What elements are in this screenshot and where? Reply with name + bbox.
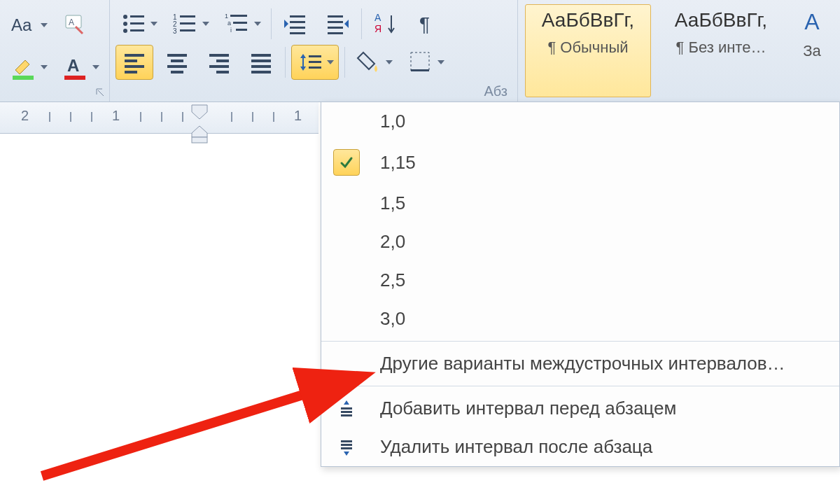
- style-preview: АаБбВвГг,: [528, 9, 648, 31]
- style-normal[interactable]: АаБбВвГг, ¶ Обычный: [525, 4, 651, 97]
- ruler-label: 1: [294, 108, 302, 124]
- borders-button[interactable]: [402, 46, 449, 79]
- svg-rect-47: [251, 54, 271, 57]
- svg-rect-55: [411, 52, 429, 71]
- option-label: Удалить интервал после абзаца: [380, 436, 652, 458]
- separator: [344, 47, 345, 78]
- svg-text:А: А: [374, 12, 382, 23]
- svg-text:3: 3: [173, 27, 177, 35]
- sort-button[interactable]: А Я: [368, 7, 404, 41]
- justify-button[interactable]: [243, 46, 279, 79]
- svg-rect-56: [411, 69, 429, 71]
- line-spacing-option[interactable]: 1,0: [321, 102, 839, 141]
- svg-rect-45: [209, 65, 229, 68]
- chevron-down-icon: [150, 22, 158, 26]
- svg-rect-48: [251, 59, 271, 62]
- svg-rect-57: [192, 137, 207, 143]
- ruler-label: 1: [112, 108, 120, 124]
- svg-rect-40: [171, 59, 183, 62]
- svg-rect-31: [328, 32, 343, 34]
- font-dialog-launcher[interactable]: [94, 86, 106, 99]
- svg-rect-59: [341, 411, 352, 413]
- shading-button[interactable]: [351, 46, 397, 79]
- separator: [285, 47, 286, 78]
- option-label: 2,0: [380, 231, 405, 253]
- svg-text:1: 1: [225, 13, 228, 20]
- multilevel-list-button[interactable]: 1 a i: [219, 7, 265, 41]
- style-no-spacing[interactable]: АаБбВвГг, ¶ Без инте…: [658, 4, 784, 97]
- align-left-button[interactable]: [115, 45, 153, 80]
- chevron-down-icon: [327, 60, 334, 64]
- option-label: 3,0: [380, 308, 405, 330]
- svg-rect-50: [251, 71, 271, 74]
- svg-rect-30: [328, 27, 343, 29]
- clear-formatting-button[interactable]: A: [57, 8, 94, 42]
- svg-rect-24: [290, 15, 305, 18]
- svg-rect-17: [180, 29, 195, 31]
- svg-text:i: i: [230, 27, 232, 34]
- svg-rect-43: [209, 54, 229, 57]
- svg-rect-49: [251, 65, 271, 68]
- svg-rect-28: [328, 15, 343, 18]
- align-right-button[interactable]: [201, 46, 237, 79]
- option-label: 1,15: [380, 152, 416, 174]
- svg-rect-7: [130, 15, 144, 18]
- svg-rect-19: [230, 15, 247, 17]
- svg-rect-61: [341, 440, 352, 442]
- svg-point-8: [123, 22, 127, 26]
- svg-rect-54: [309, 66, 321, 69]
- line-spacing-more-options[interactable]: Другие варианты междустрочных интервалов…: [321, 344, 839, 383]
- option-label: Другие варианты междустрочных интервалов…: [380, 353, 785, 374]
- decrease-indent-button[interactable]: [277, 7, 314, 41]
- line-spacing-option[interactable]: 2,5: [321, 261, 839, 300]
- line-spacing-option-selected[interactable]: 1,15: [321, 141, 839, 184]
- style-name: ¶ Без инте…: [662, 38, 780, 57]
- svg-text:Aa: Aa: [11, 15, 32, 34]
- svg-point-10: [123, 29, 127, 33]
- highlight-color-button[interactable]: [6, 50, 52, 84]
- styles-gallery: АаБбВвГг, ¶ Обычный АаБбВвГг, ¶ Без инте…: [518, 0, 840, 102]
- indent-marker[interactable]: [189, 102, 210, 147]
- chevron-down-icon: [41, 23, 48, 27]
- svg-rect-63: [341, 447, 352, 449]
- align-center-button[interactable]: [159, 46, 195, 79]
- svg-rect-36: [125, 59, 137, 62]
- svg-rect-27: [290, 32, 305, 34]
- font-group: Aa A A: [0, 0, 110, 102]
- font-color-button[interactable]: A: [57, 50, 104, 84]
- line-spacing-option[interactable]: 3,0: [321, 300, 839, 338]
- svg-rect-9: [130, 22, 144, 24]
- svg-rect-62: [341, 444, 352, 446]
- separator: [271, 8, 272, 39]
- chevron-down-icon: [41, 65, 48, 69]
- svg-rect-44: [216, 59, 229, 62]
- chevron-down-icon: [202, 22, 209, 26]
- ruler[interactable]: 2 1 1: [0, 102, 318, 134]
- svg-rect-37: [125, 65, 144, 68]
- svg-rect-38: [125, 71, 137, 74]
- line-spacing-button[interactable]: [291, 45, 339, 80]
- remove-space-after-paragraph[interactable]: Удалить интервал после абзаца: [321, 428, 839, 466]
- line-spacing-option[interactable]: 1,5: [321, 184, 839, 223]
- svg-rect-51: [302, 58, 304, 66]
- add-space-before-paragraph[interactable]: Добавить интервал перед абзацем: [321, 389, 839, 428]
- add-space-before-icon: [337, 399, 356, 419]
- svg-rect-60: [341, 414, 352, 416]
- chevron-down-icon: [92, 65, 99, 69]
- style-preview: А: [794, 9, 830, 35]
- style-heading1[interactable]: А За: [791, 4, 833, 97]
- svg-rect-46: [216, 71, 229, 74]
- menu-separator: [321, 341, 839, 342]
- show-marks-button[interactable]: ¶: [410, 7, 446, 41]
- increase-indent-button[interactable]: [319, 7, 356, 41]
- svg-rect-39: [167, 54, 187, 57]
- line-spacing-option[interactable]: 2,0: [321, 223, 839, 261]
- bullets-button[interactable]: [115, 7, 162, 41]
- check-icon: [333, 149, 360, 176]
- style-name: За: [794, 42, 830, 60]
- change-case-button[interactable]: Aa: [6, 8, 52, 42]
- numbering-button[interactable]: 1 2 3: [167, 7, 214, 41]
- svg-text:Я: Я: [374, 23, 382, 34]
- svg-rect-13: [180, 15, 195, 18]
- ribbon: Aa A A: [0, 0, 840, 102]
